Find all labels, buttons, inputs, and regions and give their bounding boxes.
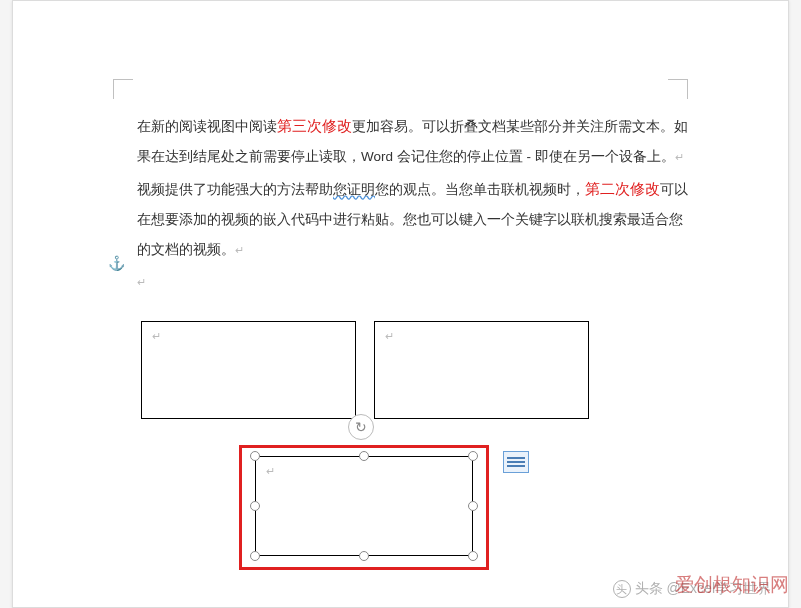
layout-options-icon[interactable]: ↻ (348, 414, 374, 440)
pilcrow-icon: ↵ (137, 276, 146, 288)
resize-handle-tm[interactable] (359, 451, 369, 461)
layout-options-button[interactable] (503, 451, 529, 473)
empty-paragraph[interactable]: ↵ (137, 267, 692, 297)
margin-corner-tr (668, 79, 688, 99)
resize-handle-ml[interactable] (250, 501, 260, 511)
paragraph-1[interactable]: 在新的阅读视图中阅读第三次修改更加容易。可以折叠文档某些部分并关注所需文本。如果… (137, 111, 692, 172)
margin-corner-tl (113, 79, 133, 99)
resize-handle-br[interactable] (468, 551, 478, 561)
resize-handle-tr[interactable] (468, 451, 478, 461)
pilcrow-icon: ↵ (385, 330, 394, 343)
grammar-squiggle[interactable]: 您证明 (333, 182, 375, 197)
resize-handle-bl[interactable] (250, 551, 260, 561)
watermark-site: 爱创根知识网 (675, 572, 789, 598)
resize-handle-mr[interactable] (468, 501, 478, 511)
pilcrow-icon: ↵ (235, 244, 244, 256)
pilcrow-icon: ↵ (152, 330, 161, 343)
document-page: 在新的阅读视图中阅读第三次修改更加容易。可以折叠文档某些部分并关注所需文本。如果… (12, 0, 789, 608)
resize-handle-bm[interactable] (359, 551, 369, 561)
text: 视频提供了功能强大的方法帮助 (137, 182, 333, 197)
tracked-change-3[interactable]: 第三次修改 (277, 117, 352, 134)
resize-handle-tl[interactable] (250, 451, 260, 461)
pilcrow-icon: ↵ (266, 465, 275, 478)
highlight-annotation: ↵ (239, 445, 489, 570)
text-box-2[interactable]: ↵ (374, 321, 589, 419)
anchor-icon[interactable]: ⚓ (108, 255, 125, 271)
text-box-1[interactable]: ↵ (141, 321, 356, 419)
avatar-icon: 头 (613, 580, 631, 598)
tracked-change-2[interactable]: 第二次修改 (585, 180, 660, 197)
text-box-3-selected[interactable]: ↵ (255, 456, 473, 556)
text: 您的观点。当您单击联机视频时， (375, 182, 585, 197)
pilcrow-icon: ↵ (675, 151, 684, 163)
body-text[interactable]: 在新的阅读视图中阅读第三次修改更加容易。可以折叠文档某些部分并关注所需文本。如果… (137, 111, 692, 299)
paragraph-2[interactable]: 视频提供了功能强大的方法帮助您证明您的观点。当您单击联机视频时，第二次修改可以在… (137, 174, 692, 265)
text: 在新的阅读视图中阅读 (137, 119, 277, 134)
